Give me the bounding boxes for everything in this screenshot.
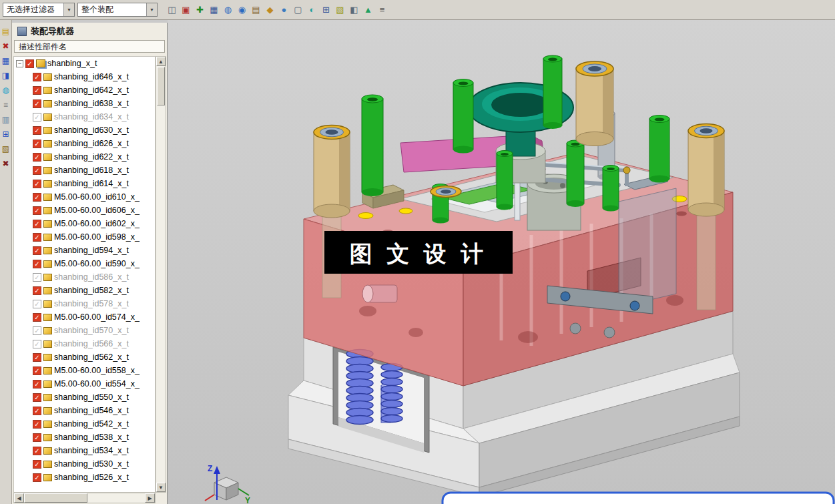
- tree-item[interactable]: ✓shanbing_id578_x_t: [14, 297, 155, 310]
- component-checkbox[interactable]: ✓: [33, 420, 41, 429]
- component-checkbox[interactable]: ✓: [33, 260, 41, 268]
- component-checkbox[interactable]: ✓: [33, 193, 41, 202]
- side-icon-10[interactable]: ✖: [1, 158, 11, 169]
- tree-item[interactable]: ✓shanbing_id614_x_t: [14, 177, 155, 190]
- tree-item[interactable]: ✓shanbing_id526_x_t: [14, 471, 155, 484]
- scroll-down-button[interactable]: ▼: [156, 483, 166, 492]
- side-icon-6[interactable]: ≡: [1, 99, 11, 110]
- tree-item[interactable]: ✓shanbing_id622_x_t: [14, 150, 155, 164]
- tree-item[interactable]: ✓M5.00-60.00_id610_x_: [14, 190, 155, 204]
- toolbar-icon-8[interactable]: ◆: [264, 3, 276, 16]
- orientation-triad[interactable]: Z Y: [205, 464, 250, 504]
- toolbar-icon-13[interactable]: ▧: [334, 3, 346, 16]
- component-checkbox[interactable]: ✓: [33, 99, 41, 108]
- component-checkbox[interactable]: ✓: [33, 300, 41, 308]
- collapse-icon[interactable]: −: [16, 60, 23, 67]
- component-checkbox[interactable]: ✓: [33, 460, 41, 469]
- tree-item[interactable]: ✓shanbing_id570_x_t: [14, 324, 155, 337]
- tree-root[interactable]: − ✓ shanbing_x_t: [14, 57, 155, 70]
- scrollbar-thumb[interactable]: [24, 493, 87, 503]
- toolbar-icon-6[interactable]: ◉: [236, 3, 248, 16]
- tree-item[interactable]: ✓shanbing_id594_x_t: [14, 244, 155, 257]
- component-checkbox[interactable]: ✓: [33, 153, 41, 162]
- scrollbar-track[interactable]: [24, 493, 145, 503]
- component-checkbox[interactable]: ✓: [33, 326, 41, 335]
- component-checkbox[interactable]: ✓: [33, 353, 41, 362]
- toolbar-icon-12[interactable]: ⊞: [320, 3, 332, 16]
- component-checkbox[interactable]: ✓: [33, 433, 41, 442]
- component-checkbox[interactable]: ✓: [33, 393, 41, 402]
- toolbar-icon-7[interactable]: ▤: [250, 3, 262, 16]
- tree-item[interactable]: ✓shanbing_id562_x_t: [14, 350, 155, 364]
- component-checkbox[interactable]: ✓: [33, 286, 41, 295]
- component-checkbox[interactable]: ✓: [33, 113, 41, 121]
- component-checkbox[interactable]: ✓: [33, 166, 41, 175]
- component-checkbox[interactable]: ✓: [33, 473, 41, 482]
- component-checkbox[interactable]: ✓: [33, 407, 41, 415]
- viewport-3d[interactable]: 图 文 设 计 Z Y: [168, 20, 835, 504]
- component-checkbox[interactable]: ✓: [33, 233, 41, 242]
- component-checkbox[interactable]: ✓: [33, 180, 41, 188]
- tree-item[interactable]: ✓M5.00-60.00_id590_x_: [14, 257, 155, 270]
- toolbar-icon-3[interactable]: ✚: [194, 3, 206, 16]
- selection-scope-combo[interactable]: 整个装配 ▼: [77, 3, 158, 17]
- horizontal-scrollbar[interactable]: ◀ ▶: [13, 493, 156, 503]
- toolbar-icon-4[interactable]: ▦: [208, 3, 220, 16]
- tree-item[interactable]: ✓M5.00-60.00_id558_x_: [14, 364, 155, 377]
- component-checkbox[interactable]: ✓: [33, 73, 41, 81]
- side-icon-1[interactable]: ▤: [1, 26, 11, 37]
- scroll-up-button[interactable]: ▲: [156, 57, 166, 66]
- toolbar-icon-1[interactable]: ◫: [166, 3, 178, 16]
- tree-item[interactable]: ✓shanbing_id642_x_t: [14, 83, 155, 97]
- component-checkbox[interactable]: ✓: [33, 447, 41, 455]
- tree-item[interactable]: ✓shanbing_id586_x_t: [14, 270, 155, 284]
- toolbar-icon-2[interactable]: ▣: [180, 3, 192, 16]
- tree-item[interactable]: ✓shanbing_id534_x_t: [14, 444, 155, 457]
- side-icon-5[interactable]: ◍: [1, 85, 11, 95]
- tree-item[interactable]: ✓M5.00-60.00_id554_x_: [14, 377, 155, 391]
- component-checkbox[interactable]: ✓: [33, 126, 41, 135]
- tree-item[interactable]: ✓shanbing_id538_x_t: [14, 431, 155, 444]
- tree-item[interactable]: ✓shanbing_id582_x_t: [14, 284, 155, 297]
- tree-item[interactable]: ✓shanbing_id566_x_t: [14, 337, 155, 350]
- tree-item[interactable]: ✓shanbing_id646_x_t: [14, 70, 155, 83]
- vertical-scrollbar[interactable]: ▲ ▼: [156, 56, 166, 493]
- tree-item[interactable]: ✓M5.00-60.00_id602_x_: [14, 217, 155, 230]
- tree-item[interactable]: ✓M5.00-60.00_id574_x_: [14, 310, 155, 324]
- component-checkbox[interactable]: ✓: [33, 86, 41, 95]
- toolbar-icon-9[interactable]: ●: [278, 3, 290, 16]
- toolbar-icon-16[interactable]: ≡: [376, 3, 388, 16]
- side-icon-3[interactable]: ▦: [1, 55, 11, 66]
- toolbar-icon-15[interactable]: ▲: [362, 3, 374, 16]
- tree-item[interactable]: ✓shanbing_id618_x_t: [14, 164, 155, 177]
- component-checkbox[interactable]: ✓: [33, 273, 41, 282]
- component-checkbox[interactable]: ✓: [33, 206, 41, 215]
- column-header[interactable]: 描述性部件名: [14, 40, 165, 53]
- tree-item[interactable]: ✓shanbing_id638_x_t: [14, 97, 155, 110]
- toolbar-icon-5[interactable]: ◍: [222, 3, 234, 16]
- component-checkbox[interactable]: ✓: [25, 59, 34, 68]
- tree-item[interactable]: ✓shanbing_id630_x_t: [14, 123, 155, 137]
- component-checkbox[interactable]: ✓: [33, 366, 41, 375]
- tree-item[interactable]: ✓shanbing_id550_x_t: [14, 391, 155, 404]
- component-checkbox[interactable]: ✓: [33, 246, 41, 255]
- chevron-down-icon[interactable]: ▼: [63, 3, 74, 16]
- side-icon-2[interactable]: ✖: [1, 41, 11, 51]
- tree-item[interactable]: ✓shanbing_id542_x_t: [14, 417, 155, 431]
- component-checkbox[interactable]: ✓: [33, 220, 41, 228]
- tree-item[interactable]: ✓M5.00-60.00_id598_x_: [14, 230, 155, 244]
- component-checkbox[interactable]: ✓: [33, 140, 41, 148]
- scrollbar-thumb[interactable]: [157, 67, 165, 105]
- component-checkbox[interactable]: ✓: [33, 380, 41, 389]
- side-icon-8[interactable]: ⊞: [1, 129, 11, 140]
- tree-item[interactable]: ✓shanbing_id546_x_t: [14, 404, 155, 417]
- component-checkbox[interactable]: ✓: [33, 313, 41, 322]
- selection-filter-combo[interactable]: 无选择过滤器 ▼: [3, 3, 75, 17]
- toolbar-icon-10[interactable]: ▢: [292, 3, 304, 16]
- tree-item[interactable]: ✓shanbing_id626_x_t: [14, 137, 155, 150]
- chevron-down-icon[interactable]: ▼: [146, 3, 157, 16]
- component-checkbox[interactable]: ✓: [33, 340, 41, 348]
- scroll-left-button[interactable]: ◀: [14, 493, 24, 503]
- side-icon-7[interactable]: ▥: [1, 114, 11, 125]
- scroll-right-button[interactable]: ▶: [145, 493, 155, 503]
